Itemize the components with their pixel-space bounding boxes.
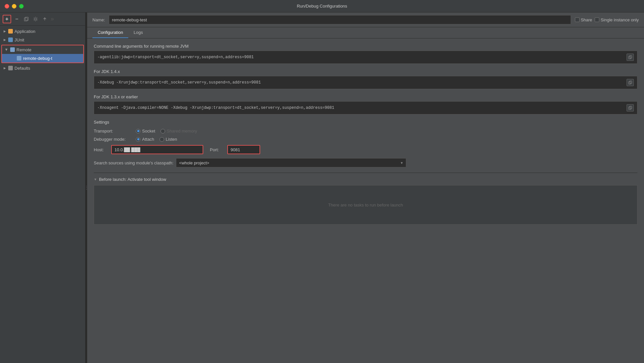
transport-socket-radio[interactable] <box>136 129 140 133</box>
remove-config-button[interactable]: − <box>12 15 21 23</box>
content-area: Name: Share Single instance only Configu… <box>87 12 644 363</box>
remote-icon <box>10 47 15 52</box>
section1-command-box: -agentlib:jdwp=transport=dt_socket,serve… <box>94 51 637 64</box>
debugger-attach-radio[interactable] <box>136 137 140 142</box>
classpath-row: Search sources using module's classpath:… <box>94 158 637 167</box>
window-title: Run/Debug Configurations <box>297 4 347 9</box>
section2-command-box: -Xdebug -Xrunjdwp:transport=dt_socket,se… <box>94 76 637 89</box>
remote-child-icon <box>16 56 22 61</box>
section3-value: -Xnoagent -Djava.compiler=NONE -Xdebug -… <box>97 106 624 110</box>
name-bar: Name: Share Single instance only <box>87 12 644 27</box>
section1-copy-button[interactable] <box>627 54 634 61</box>
debugger-mode-label: Debugger mode: <box>94 137 133 142</box>
remote-section-highlight: ▶ Remote remote-debug-t <box>1 45 84 63</box>
tab-configuration[interactable]: Configuration <box>92 27 128 38</box>
debugger-mode-row: Debugger mode: Attach Listen <box>94 137 637 142</box>
before-launch-empty-text: There are no tasks to run before launch <box>328 203 403 207</box>
arrow-expanded-icon: ▶ <box>5 48 9 52</box>
host-label: Host: <box>94 147 109 152</box>
close-button[interactable] <box>5 4 9 9</box>
transport-row: Transport: Socket Shared memory <box>94 129 637 133</box>
before-launch-header[interactable]: ▼ Before launch: Activate tool window <box>94 177 637 182</box>
debugger-mode-radio-group: Attach Listen <box>136 137 177 142</box>
transport-shared-memory-label: Shared memory <box>167 129 197 133</box>
settings-section: Settings Transport: Socket Shared memory <box>94 120 637 167</box>
before-launch-section: ▼ Before launch: Activate tool window Th… <box>94 173 637 225</box>
section3-copy-button[interactable] <box>627 104 634 111</box>
sidebar: + − » <box>0 12 86 363</box>
single-instance-checkbox-wrap[interactable]: Single instance only <box>595 17 639 22</box>
main-layout: + − » <box>0 12 644 363</box>
config-panel: Command line arguments for running remot… <box>87 38 644 363</box>
debugger-listen-radio[interactable] <box>160 137 164 142</box>
classpath-value: <whole project> <box>179 160 209 165</box>
arrow-icon: ▶ <box>3 66 7 70</box>
resize-dots <box>86 186 87 190</box>
transport-socket-option[interactable]: Socket <box>136 129 155 133</box>
transport-shared-memory-radio[interactable] <box>161 129 165 133</box>
transport-radio-group: Socket Shared memory <box>136 129 197 133</box>
section1-label: Command line arguments for running remot… <box>94 44 637 49</box>
tab-bar: Configuration Logs <box>87 27 644 38</box>
share-label: Share <box>581 17 592 22</box>
host-input[interactable] <box>111 145 203 154</box>
section2-value: -Xdebug -Xrunjdwp:transport=dt_socket,se… <box>97 80 624 85</box>
single-instance-checkbox[interactable] <box>595 17 599 22</box>
move-up-button[interactable] <box>41 15 49 23</box>
title-bar: Run/Debug Configurations <box>0 0 644 12</box>
svg-point-2 <box>35 18 37 20</box>
debugger-listen-label: Listen <box>166 137 177 142</box>
sidebar-item-remote[interactable]: ▶ Remote <box>2 45 83 54</box>
debugger-attach-option[interactable]: Attach <box>136 137 154 142</box>
sidebar-item-label: remote-debug-t <box>23 56 52 61</box>
section3-command-box: -Xnoagent -Djava.compiler=NONE -Xdebug -… <box>94 101 637 114</box>
transport-shared-memory-option[interactable]: Shared memory <box>161 129 197 133</box>
arrow-icon: ▶ <box>3 29 7 33</box>
share-checkbox-wrap[interactable]: Share <box>575 17 592 22</box>
host-port-row: Host: Port: <box>94 145 637 154</box>
minimize-button[interactable] <box>12 4 16 9</box>
classpath-label: Search sources using module's classpath: <box>94 160 173 165</box>
copy-config-button[interactable] <box>22 15 30 23</box>
maximize-button[interactable] <box>19 4 24 9</box>
sidebar-item-application[interactable]: ▶ Application <box>0 27 85 36</box>
debugger-listen-option[interactable]: Listen <box>160 137 177 142</box>
sidebar-item-junit[interactable]: ▶ JUnit <box>0 36 85 44</box>
transport-socket-label: Socket <box>142 129 155 133</box>
section2-label: For JDK 1.4.x <box>94 69 637 74</box>
share-checkbox[interactable] <box>575 17 580 22</box>
app-icon <box>8 29 13 34</box>
section3-label: For JDK 1.3.x or earlier <box>94 94 637 99</box>
single-instance-label: Single instance only <box>601 17 639 22</box>
arrow-icon: ▶ <box>3 38 7 42</box>
sidebar-toolbar: + − » <box>0 12 85 26</box>
share-area: Share Single instance only <box>575 17 639 22</box>
junit-icon <box>8 37 13 42</box>
before-launch-collapse-icon: ▼ <box>94 178 97 181</box>
sidebar-item-defaults[interactable]: ▶ Defaults <box>0 64 85 72</box>
name-label: Name: <box>92 17 105 22</box>
before-launch-title: Before launch: Activate tool window <box>99 177 166 182</box>
transport-label: Transport: <box>94 129 133 133</box>
section1-value: -agentlib:jdwp=transport=dt_socket,serve… <box>97 55 624 60</box>
toolbar-separator: » <box>51 15 54 22</box>
defaults-icon <box>8 65 13 71</box>
settings-title: Settings <box>94 120 637 125</box>
sidebar-item-label: Remote <box>16 47 32 52</box>
window-controls <box>5 4 24 9</box>
section2-copy-button[interactable] <box>627 79 634 86</box>
port-label: Port: <box>210 147 225 152</box>
port-input[interactable] <box>227 145 260 154</box>
sidebar-item-label: Defaults <box>14 66 30 71</box>
sidebar-item-remote-debug-test[interactable]: remote-debug-t <box>2 54 83 62</box>
sidebar-item-label: Application <box>14 29 36 34</box>
classpath-select[interactable]: <whole project> ▼ <box>176 158 406 167</box>
select-arrow-icon: ▼ <box>400 161 403 165</box>
config-tree: ▶ Application ▶ JUnit ▶ Remote <box>0 26 85 363</box>
sidebar-item-label: JUnit <box>14 37 24 42</box>
tab-logs[interactable]: Logs <box>128 27 148 38</box>
debugger-attach-label: Attach <box>142 137 154 142</box>
name-input[interactable] <box>109 15 571 24</box>
add-config-button[interactable]: + <box>3 15 11 23</box>
settings-button[interactable] <box>32 15 39 23</box>
